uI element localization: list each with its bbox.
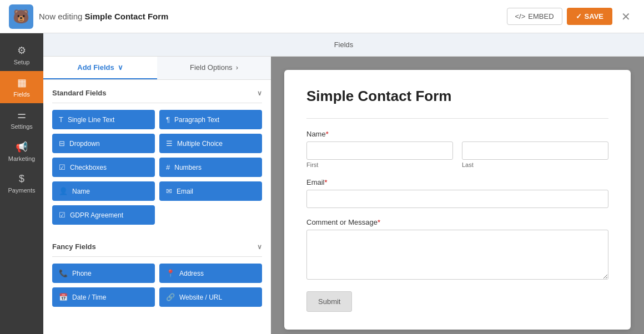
form-preview-title: Simple Contact Form (306, 88, 608, 105)
main-layout: ⚙ Setup ▦ Fields ⚌ Settings 📢 Marketing … (0, 33, 644, 334)
list-icon: ☰ (166, 139, 173, 148)
top-bar-left: 🐻 Now editing Simple Contact Form (9, 4, 168, 29)
calendar-icon: 📅 (59, 293, 68, 301)
name-first-label: First (306, 161, 453, 168)
code-icon: </> (515, 12, 526, 21)
name-row: First Last (306, 141, 608, 168)
tab-field-options[interactable]: Field Options › (157, 57, 271, 79)
field-btn-single-line-text[interactable]: T Single Line Text (52, 110, 155, 129)
sidebar-item-fields[interactable]: ▦ Fields (0, 71, 43, 103)
field-btn-phone[interactable]: 📞 Phone (52, 264, 155, 283)
standard-fields-header: Standard Fields ∨ (52, 80, 262, 103)
form-divider (306, 118, 608, 119)
editing-title: Now editing Simple Contact Form (39, 12, 168, 21)
field-btn-email[interactable]: ✉ Email (159, 181, 262, 201)
field-btn-gdpr[interactable]: ☑ GDPR Agreement (52, 205, 155, 225)
fancy-fields-grid: 📞 Phone 📍 Address 📅 Date / Time 🔗 (52, 264, 262, 307)
field-btn-website[interactable]: 🔗 Website / URL (159, 287, 262, 307)
form-field-message: Comment or Message* (306, 218, 608, 281)
right-content: Simple Contact Form Name* First (271, 57, 644, 334)
fancy-fields-chevron[interactable]: ∨ (257, 243, 262, 251)
message-label: Comment or Message* (306, 218, 608, 226)
form-field-name: Name* First Last (306, 130, 608, 168)
left-panel: Add Fields ∨ Field Options › Standard Fi… (43, 57, 271, 334)
field-btn-address[interactable]: 📍 Address (159, 264, 262, 283)
dropdown-icon: ⊟ (59, 139, 65, 148)
email-label: Email* (306, 178, 608, 186)
name-first-col: First (306, 141, 453, 168)
sidebar-item-payments[interactable]: $ Payments (0, 168, 43, 199)
phone-icon: 📞 (59, 269, 68, 277)
standard-fields-chevron[interactable]: ∨ (257, 89, 262, 97)
fields-icon: ▦ (17, 77, 27, 89)
name-last-input[interactable] (462, 141, 608, 160)
megaphone-icon: 📢 (16, 141, 28, 153)
sliders-icon: ⚌ (17, 109, 26, 121)
name-first-input[interactable] (306, 141, 453, 160)
dollar-icon: $ (19, 173, 24, 185)
sidebar-item-marketing[interactable]: 📢 Marketing (0, 135, 43, 168)
paragraph-icon: ¶ (166, 115, 170, 124)
name-label: Name* (306, 130, 608, 138)
field-btn-datetime[interactable]: 📅 Date / Time (52, 287, 155, 307)
fields-tab-header: Fields (43, 33, 644, 57)
text-icon: T (59, 115, 63, 124)
name-required: * (326, 130, 329, 138)
field-btn-multiple-choice[interactable]: ☰ Multiple Choice (159, 134, 262, 153)
tab-add-fields[interactable]: Add Fields ∨ (43, 57, 157, 79)
chevron-right-icon: › (236, 63, 238, 72)
email-input[interactable] (306, 190, 608, 208)
shield-icon: ☑ (59, 211, 66, 219)
field-btn-numbers[interactable]: # Numbers (159, 158, 262, 177)
message-textarea[interactable] (306, 230, 608, 280)
field-btn-paragraph-text[interactable]: ¶ Paragraph Text (159, 110, 262, 129)
message-required: * (378, 218, 380, 226)
name-last-label: Last (462, 161, 608, 168)
gear-icon: ⚙ (17, 44, 26, 57)
person-icon: 👤 (59, 187, 68, 195)
hash-icon: # (166, 163, 170, 171)
email-icon: ✉ (166, 187, 172, 195)
field-btn-dropdown[interactable]: ⊟ Dropdown (52, 134, 155, 153)
panel-tabs: Add Fields ∨ Field Options › (43, 57, 271, 80)
submit-button[interactable]: Submit (306, 291, 352, 312)
close-button[interactable]: ✕ (617, 8, 635, 26)
name-last-col: Last (462, 141, 608, 168)
top-bar: 🐻 Now editing Simple Contact Form </> EM… (0, 0, 644, 33)
sidebar-item-settings[interactable]: ⚌ Settings (0, 103, 43, 135)
panel-content: Standard Fields ∨ T Single Line Text ¶ P… (43, 80, 271, 334)
fancy-fields-header: Fancy Fields ∨ (52, 234, 262, 257)
email-required: * (325, 178, 328, 186)
field-btn-name[interactable]: 👤 Name (52, 181, 155, 201)
sidebar-item-setup[interactable]: ⚙ Setup (0, 39, 43, 71)
logo-icon: 🐻 (9, 4, 33, 29)
top-bar-actions: </> EMBED ✓ SAVE ✕ (507, 8, 635, 26)
form-field-email: Email* (306, 178, 608, 208)
check-icon: ✓ (576, 12, 582, 21)
sidebar: ⚙ Setup ▦ Fields ⚌ Settings 📢 Marketing … (0, 33, 43, 334)
form-preview: Simple Contact Form Name* First (284, 70, 631, 330)
embed-button[interactable]: </> EMBED (507, 8, 562, 25)
chevron-down-icon: ∨ (118, 63, 123, 72)
checkbox-icon: ☑ (59, 163, 66, 171)
field-btn-checkboxes[interactable]: ☑ Checkboxes (52, 158, 155, 177)
link-icon: 🔗 (166, 293, 175, 301)
map-pin-icon: 📍 (166, 269, 175, 277)
standard-fields-grid: T Single Line Text ¶ Paragraph Text ⊟ Dr… (52, 110, 262, 225)
save-button[interactable]: ✓ SAVE (567, 8, 612, 25)
